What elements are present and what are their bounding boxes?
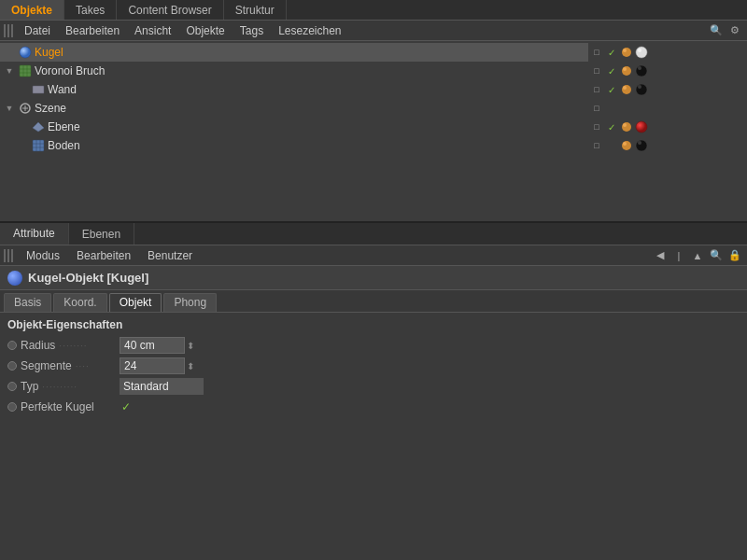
spacer [605,139,618,152]
list-item[interactable]: ▼ Szene [0,99,588,118]
svg-point-23 [638,66,641,70]
icon-row: □ ✓ [588,62,747,80]
radius-arrow[interactable]: ⬍ [187,341,194,351]
attr-menu-bearbeiten[interactable]: Bearbeiten [69,247,138,264]
svg-point-28 [622,122,631,132]
lock-icon[interactable]: □ [590,120,603,133]
lock-icon[interactable]: □ [590,64,603,77]
expand-icon: ▼ [4,103,15,114]
menu-lesezeichen[interactable]: Lesezeichen [271,22,348,39]
menu-ansicht[interactable]: Ansicht [127,22,178,39]
object-name: Kugel [35,46,588,59]
svg-rect-1 [20,65,31,77]
top-tab-bar: Objekte Takes Content Browser Struktur [0,0,747,21]
lock-icon[interactable]: □ [590,139,603,152]
menu-tags[interactable]: Tags [233,22,271,39]
nav-forward-icon[interactable]: ▲ [689,247,706,264]
subtab-objekt[interactable]: Objekt [109,293,162,312]
prop-indicator[interactable] [7,382,17,391]
prop-label-typ: Typ ·········· [7,380,120,393]
svg-point-20 [622,66,631,76]
svg-point-27 [638,85,641,89]
object-panel: Kugel ▼ Voronoi Bruch Wand [0,41,747,223]
menu-objekte[interactable]: Objekte [178,22,232,39]
perfekte-kugel-checkbox[interactable]: ✓ [121,400,131,413]
tab-content-browser[interactable]: Content Browser [117,0,223,20]
subtab-phong[interactable]: Phong [163,293,217,312]
icon-row: □ [588,136,747,155]
icon-row: □ ✓ [588,118,747,136]
menu-bar: Datei Bearbeiten Ansicht Objekte Tags Le… [0,21,747,41]
attr-menu-benutzer[interactable]: Benutzer [140,247,200,264]
lock-icon[interactable]: □ [590,46,603,59]
radius-input[interactable] [120,337,185,354]
sphere-icon [19,46,32,59]
search-icon[interactable]: 🔍 [708,22,725,39]
object-name: Szene [35,102,588,115]
svg-point-16 [622,48,631,57]
svg-marker-10 [33,122,44,132]
expand-icon [4,121,15,133]
lock-icon[interactable]: □ [590,102,603,115]
tab-ebenen[interactable]: Ebenen [69,223,134,245]
prop-value-typ [120,378,204,395]
material-sphere2 [635,64,648,77]
prop-radius: Radius ········ ⬍ [0,335,747,356]
tab-struktur[interactable]: Struktur [224,0,287,20]
material-dot1 [620,46,633,59]
floor-icon [32,139,45,152]
spacer [605,102,618,115]
kugel-sphere-icon [7,271,22,286]
search-icon[interactable]: 🔍 [708,247,725,264]
tab-takes[interactable]: Takes [64,0,117,20]
object-title: Kugel-Objekt [Kugel] [28,271,148,285]
lock-icon[interactable]: 🔒 [726,247,743,264]
icon-row: □ ✓ [588,80,747,99]
subtab-koord[interactable]: Koord. [53,293,106,312]
nav-back-icon[interactable]: ◀ [652,247,669,264]
expand-icon [4,84,15,95]
settings-icon[interactable]: ⚙ [726,22,743,39]
visible-check[interactable]: ✓ [605,64,618,77]
prop-indicator[interactable] [7,341,17,350]
svg-point-25 [623,86,627,90]
lock-icon[interactable]: □ [590,83,603,96]
voronoi-icon [19,64,32,77]
list-item[interactable]: Boden [0,136,588,155]
prop-label-perfekte-kugel: Perfekte Kugel [7,400,120,413]
menu-datei[interactable]: Datei [17,22,58,39]
svg-point-18 [636,47,647,58]
segmente-arrow[interactable]: ⬍ [187,361,194,371]
visible-check[interactable]: ✓ [605,83,618,96]
object-icons-column: □ ✓ □ ✓ □ ✓ [588,41,747,221]
svg-rect-11 [33,140,44,151]
prop-label-segmente: Segmente ···· [7,359,120,372]
visible-check[interactable]: ✓ [605,46,618,59]
list-item[interactable]: ▼ Voronoi Bruch [0,62,588,80]
prop-indicator[interactable] [7,402,17,412]
svg-point-33 [636,140,647,151]
list-item[interactable]: Wand [0,80,588,99]
props-section-title: Objekt-Eigenschaften [0,313,747,335]
attr-menu-modus[interactable]: Modus [19,247,67,264]
visible-check[interactable]: ✓ [605,120,618,133]
typ-input[interactable] [120,378,204,395]
subtab-basis[interactable]: Basis [4,293,51,312]
material-sphere1 [635,46,648,59]
object-header: Kugel-Objekt [Kugel] [0,266,747,290]
list-item[interactable]: Ebene [0,118,588,136]
list-item[interactable]: Kugel [0,43,588,62]
object-list: Kugel ▼ Voronoi Bruch Wand [0,41,588,221]
svg-point-31 [622,141,631,150]
expand-icon [4,140,15,151]
menu-bearbeiten[interactable]: Bearbeiten [58,22,127,39]
material-sphere5 [635,120,648,133]
prop-indicator[interactable] [7,361,17,371]
material-dot6 [620,139,633,152]
segmente-input[interactable] [120,357,185,374]
prop-value-radius: ⬍ [120,337,194,354]
tab-attribute[interactable]: Attribute [0,223,69,245]
object-name: Wand [48,83,588,96]
svg-point-0 [20,47,31,58]
tab-objekte[interactable]: Objekte [0,0,64,20]
